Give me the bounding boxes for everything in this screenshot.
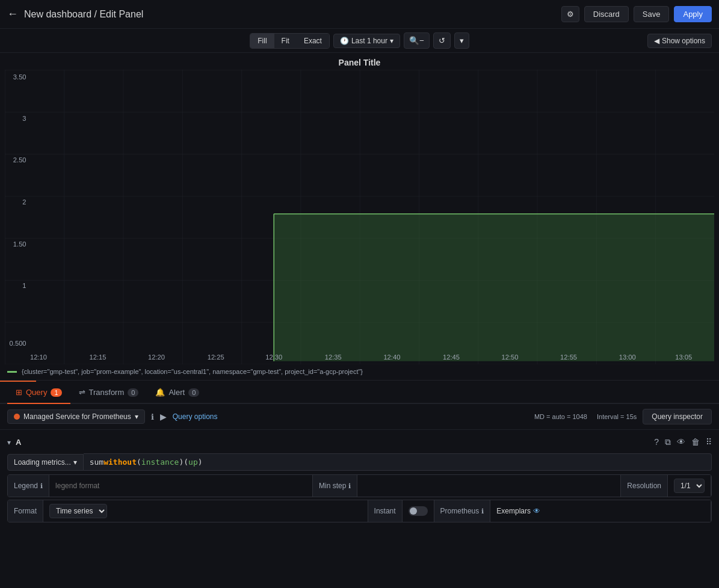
gear-icon: ⚙ bbox=[567, 10, 574, 19]
svg-text:2.50: 2.50 bbox=[13, 156, 26, 164]
chart-container: 3.50 3 2.50 2 1.50 1 0.500 12:10 12:15 1… bbox=[5, 70, 714, 364]
kw-without: without bbox=[103, 458, 137, 467]
resolution-select[interactable]: 1/1 1/2 1/3 bbox=[674, 479, 705, 493]
database-icon: ⊞ bbox=[16, 388, 22, 397]
datasource-dot bbox=[14, 414, 20, 420]
copy-icon[interactable]: ⧉ bbox=[665, 437, 671, 447]
info-icon[interactable]: ℹ bbox=[151, 412, 154, 421]
legend-info-icon[interactable]: ℹ bbox=[40, 482, 43, 490]
legend-value[interactable] bbox=[49, 475, 313, 497]
minstep-info-icon[interactable]: ℹ bbox=[348, 482, 351, 490]
back-button[interactable]: ← bbox=[7, 8, 18, 20]
collapse-button[interactable]: ▾ bbox=[7, 438, 11, 447]
svg-text:1: 1 bbox=[22, 282, 26, 289]
kw-instance: instance bbox=[141, 458, 179, 467]
format-select[interactable]: Time series Table bbox=[49, 504, 107, 518]
help-icon[interactable]: ? bbox=[654, 437, 659, 447]
fit-button[interactable]: Fit bbox=[274, 34, 297, 48]
chart-title: Panel Title bbox=[0, 58, 719, 67]
instant-label: Instant bbox=[368, 500, 403, 522]
svg-text:12:40: 12:40 bbox=[383, 354, 400, 361]
chevron-down-icon: ▾ bbox=[390, 37, 393, 45]
show-options-button[interactable]: ◀ Show options bbox=[647, 34, 712, 48]
tab-query-label: Query bbox=[26, 388, 47, 397]
fill-button[interactable]: Fill bbox=[250, 34, 274, 48]
tab-transform-badge: 0 bbox=[128, 388, 138, 397]
svg-text:12:15: 12:15 bbox=[90, 354, 106, 361]
exemplars-eye-icon[interactable]: 👁 bbox=[533, 507, 540, 515]
query-editor-section: ▾ A ? ⧉ 👁 🗑 ⠿ Loading metrics... ▾ sum w… bbox=[0, 430, 719, 527]
legend-label: Legend ℹ bbox=[8, 475, 49, 497]
datasource-selector[interactable]: Managed Service for Prometheus ▾ bbox=[7, 409, 145, 424]
delete-icon[interactable]: 🗑 bbox=[691, 437, 700, 447]
query-options-link[interactable]: Query options bbox=[173, 412, 218, 421]
tab-query[interactable]: ⊞ Query 1 bbox=[7, 382, 70, 404]
tab-alert-badge: 0 bbox=[188, 388, 199, 397]
kw-paren2: ) bbox=[198, 458, 203, 467]
kw-up: up bbox=[188, 458, 198, 467]
refresh-button[interactable]: ↺ bbox=[433, 32, 451, 49]
exact-button[interactable]: Exact bbox=[297, 34, 329, 48]
minstep-label: Min step ℹ bbox=[313, 475, 357, 497]
legend-color-swatch bbox=[7, 371, 17, 373]
time-range-label: Last 1 hour bbox=[351, 37, 387, 45]
hide-icon[interactable]: 👁 bbox=[677, 437, 685, 447]
query-row-actions: ? ⧉ 👁 🗑 ⠿ bbox=[654, 437, 712, 447]
md-label: MD = auto = 1048 bbox=[534, 413, 587, 420]
apply-button[interactable]: Apply bbox=[674, 6, 712, 22]
svg-text:2: 2 bbox=[22, 198, 26, 206]
svg-text:12:35: 12:35 bbox=[325, 354, 342, 361]
resolution-label: Resolution bbox=[621, 475, 668, 497]
chevron-down-icon: ▾ bbox=[73, 458, 77, 467]
bell-icon: 🔔 bbox=[155, 388, 165, 397]
svg-text:13:05: 13:05 bbox=[675, 354, 692, 361]
exemplars-label-cell: Exemplars 👁 bbox=[490, 500, 711, 522]
svg-text:12:25: 12:25 bbox=[208, 354, 224, 361]
query-inspector-button[interactable]: Query inspector bbox=[643, 409, 712, 424]
chevron-down-icon: ▾ bbox=[135, 412, 138, 421]
toggle-knob bbox=[410, 507, 417, 515]
legend-input[interactable] bbox=[55, 482, 306, 490]
legend-text: {cluster="gmp-test", job="prom-example",… bbox=[22, 368, 363, 375]
metrics-selector-button[interactable]: Loading metrics... ▾ bbox=[7, 454, 84, 471]
zoom-out-button[interactable]: 🔍− bbox=[404, 32, 430, 49]
tab-transform[interactable]: ⇌ Transform 0 bbox=[70, 382, 147, 404]
time-range-picker[interactable]: 🕐 Last 1 hour ▾ bbox=[333, 34, 400, 48]
save-button[interactable]: Save bbox=[634, 6, 670, 22]
query-code-editor[interactable]: sum without(instance) (up) bbox=[84, 453, 712, 471]
prometheus-label: Prometheus ℹ bbox=[434, 500, 491, 522]
zoom-out-icon: 🔍− bbox=[409, 36, 424, 45]
metrics-selector-row: Loading metrics... ▾ sum without(instanc… bbox=[7, 453, 712, 471]
settings-button[interactable]: ⚙ bbox=[561, 6, 579, 22]
svg-text:1.50: 1.50 bbox=[13, 240, 26, 248]
chevron-down-icon: ▾ bbox=[460, 36, 464, 45]
svg-text:12:20: 12:20 bbox=[148, 354, 165, 361]
discard-button[interactable]: Discard bbox=[584, 6, 629, 22]
expand-icon[interactable]: ▶ bbox=[160, 412, 167, 421]
minstep-value[interactable] bbox=[357, 475, 621, 497]
tab-transform-label: Transform bbox=[89, 388, 125, 397]
prometheus-info-icon[interactable]: ℹ bbox=[481, 507, 484, 515]
fields-row-1: Legend ℹ Min step ℹ Resolution 1/1 1/2 1… bbox=[7, 474, 712, 497]
kw-paren-close: ) bbox=[179, 458, 184, 467]
topbar: ← New dashboard / Edit Panel ⚙ Discard S… bbox=[0, 0, 719, 29]
query-options-bar: Managed Service for Prometheus ▾ ℹ ▶ Que… bbox=[0, 404, 719, 430]
kw-sum: sum bbox=[90, 458, 103, 467]
toolbar-right: ◀ Show options bbox=[647, 34, 712, 48]
svg-marker-2 bbox=[274, 214, 714, 361]
instant-toggle[interactable] bbox=[403, 500, 434, 522]
resolution-value[interactable]: 1/1 1/2 1/3 bbox=[668, 475, 711, 497]
svg-text:12:55: 12:55 bbox=[560, 354, 577, 361]
minstep-input[interactable] bbox=[363, 482, 614, 490]
refresh-icon: ↺ bbox=[439, 36, 445, 45]
fields-row-2: Format Time series Table Instant Prometh… bbox=[7, 500, 712, 522]
show-options-label: Show options bbox=[662, 37, 705, 45]
drag-icon[interactable]: ⠿ bbox=[706, 437, 712, 447]
tab-alert[interactable]: 🔔 Alert 0 bbox=[147, 382, 208, 404]
topbar-left: ← New dashboard / Edit Panel bbox=[7, 8, 143, 20]
refresh-options-button[interactable]: ▾ bbox=[454, 32, 469, 49]
md-info: MD = auto = 1048 Interval = 15s bbox=[534, 413, 637, 420]
format-value[interactable]: Time series Table bbox=[43, 500, 368, 522]
svg-text:12:45: 12:45 bbox=[443, 354, 460, 361]
instant-toggle-switch[interactable] bbox=[409, 506, 428, 516]
